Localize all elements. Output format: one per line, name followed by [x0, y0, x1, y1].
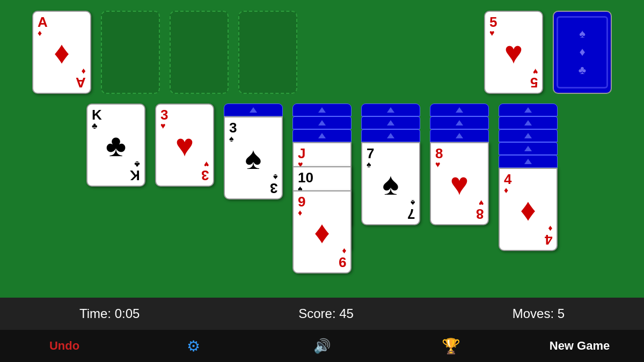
- undo-label: Undo: [49, 339, 79, 353]
- facedown-card: [499, 155, 558, 168]
- settings-icon: ⚙: [187, 337, 200, 355]
- facedown-card: [292, 104, 352, 116]
- suit-center: ♥: [175, 130, 194, 161]
- new-game-label: New Game: [550, 339, 610, 353]
- spade-icon: ♠: [579, 27, 586, 41]
- facedown-stack-4: [292, 104, 352, 142]
- rank-top: 7: [367, 146, 415, 160]
- suit-center: ♣: [106, 130, 126, 161]
- suit-bottom: ♠: [270, 173, 277, 181]
- card-back-pattern: ♠ ♦ ♣: [557, 16, 608, 89]
- rank-top: 3: [229, 121, 277, 135]
- card-7-spades[interactable]: 7 ♠ ♠ 7 ♠: [361, 142, 420, 225]
- tableau-col-5[interactable]: 7 ♠ ♠ 7 ♠: [361, 104, 420, 225]
- rank-bottom: 8: [476, 207, 484, 221]
- rank-top: J: [298, 146, 346, 160]
- suit-center: ♥: [504, 37, 523, 68]
- tableau-row: K ♣ ♣ K ♣ 3 ♥ ♥ 3 ♥: [0, 104, 644, 274]
- fd-triangle-icon: [387, 120, 394, 125]
- fd-triangle-icon: [318, 120, 326, 125]
- undo-button[interactable]: Undo: [0, 330, 129, 362]
- sound-button[interactable]: 🔊: [258, 330, 386, 362]
- facedown-card: [361, 129, 420, 142]
- rank-top: 10: [298, 171, 346, 184]
- toolbar: Undo ⚙ 🔊 🏆 New Game: [0, 330, 644, 362]
- fd-triangle-icon: [456, 133, 463, 138]
- moves-display: Moves: 5: [513, 306, 565, 321]
- foundation-3[interactable]: [170, 11, 229, 94]
- suit-bottom: ♦: [339, 247, 346, 255]
- suit-center: ♠: [383, 168, 399, 200]
- fd-triangle-icon: [524, 107, 532, 113]
- stock-5h[interactable]: 5 ♥ ♥ 5 ♥: [484, 11, 543, 94]
- facedown-card: [224, 104, 283, 116]
- tableau-col-3[interactable]: 3 ♠ ♠ 3 ♠: [224, 104, 283, 200]
- suit-bottom: ♦: [76, 67, 86, 76]
- facedown-stack-3: [224, 104, 283, 116]
- new-game-button[interactable]: New Game: [515, 330, 644, 362]
- foundation-4[interactable]: [238, 11, 297, 94]
- sound-icon: 🔊: [313, 338, 331, 354]
- rank-top: 9: [298, 195, 346, 209]
- foundation-2[interactable]: [101, 11, 160, 94]
- tableau-col-6[interactable]: 8 ♥ ♥ 8 ♥: [430, 104, 489, 225]
- rank-bottom: A: [76, 76, 86, 90]
- rank-top: 3: [160, 108, 209, 122]
- suit-center: ♦: [314, 217, 330, 248]
- card-k-clubs[interactable]: K ♣ ♣ K ♣: [86, 104, 145, 187]
- suit-bottom: ♥: [201, 160, 209, 168]
- facedown-card: [430, 129, 489, 142]
- facedown-card: [361, 104, 420, 116]
- facedown-card: [430, 104, 489, 116]
- rank-bottom: 5: [530, 76, 538, 90]
- stock-pile[interactable]: ♠ ♦ ♣: [553, 11, 612, 94]
- status-bar: Time: 0:05 Score: 45 Moves: 5: [0, 298, 644, 330]
- suit-center: ♦: [520, 194, 536, 225]
- fd-triangle-icon: [524, 159, 532, 164]
- suit-bottom: ♣: [130, 160, 140, 168]
- card-4-diamonds[interactable]: 4 ♦ ♦ 4 ♦: [499, 168, 558, 251]
- suit-bottom: ♦: [545, 224, 552, 233]
- card-9-diamonds[interactable]: 9 ♦ ♦ 9 ♦: [292, 190, 352, 274]
- fd-triangle-icon: [524, 133, 532, 138]
- time-display: Time: 0:05: [79, 306, 140, 321]
- fd-triangle-icon: [456, 120, 463, 125]
- foundation-1[interactable]: A ♦ ♦ A ♦: [32, 11, 91, 94]
- suit-bottom: ♥: [530, 67, 538, 76]
- card-8-hearts[interactable]: 8 ♥ ♥ 8 ♥: [430, 142, 489, 225]
- fd-triangle-icon: [387, 107, 394, 113]
- score-display: Score: 45: [298, 306, 354, 321]
- tableau-col-2[interactable]: 3 ♥ ♥ 3 ♥: [155, 104, 214, 187]
- facedown-card: [499, 104, 558, 116]
- suit-bottom: ♥: [476, 198, 484, 207]
- trophy-button[interactable]: 🏆: [386, 330, 515, 362]
- facedown-stack-6: [430, 104, 489, 142]
- tableau-col-7[interactable]: 4 ♦ ♦ 4 ♦: [499, 104, 558, 251]
- facedown-card: [292, 116, 352, 129]
- top-row: A ♦ ♦ A ♦ 5 ♥ ♥ 5 ♥: [0, 11, 644, 94]
- suit-bottom: ♠: [407, 198, 415, 207]
- suit-center: ♦: [54, 37, 70, 68]
- club-icon: ♣: [579, 63, 586, 77]
- fd-triangle-icon: [318, 133, 326, 138]
- rank-bottom: 3: [201, 168, 209, 182]
- rank-top: 5: [489, 15, 538, 29]
- fd-triangle-icon: [524, 146, 532, 151]
- settings-button[interactable]: ⚙: [129, 330, 258, 362]
- tableau-col-1[interactable]: K ♣ ♣ K ♣: [86, 104, 145, 187]
- facedown-card: [499, 142, 558, 155]
- rank-bottom: 9: [339, 255, 346, 269]
- fd-triangle-icon: [387, 133, 394, 138]
- rank-top: 4: [504, 172, 552, 186]
- suit-center: ♠: [245, 143, 262, 174]
- card-3-spades[interactable]: 3 ♠ ♠ 3 ♠: [224, 116, 283, 200]
- rank-top: K: [92, 108, 140, 122]
- card-3-hearts[interactable]: 3 ♥ ♥ 3 ♥: [155, 104, 214, 187]
- rank-bottom: K: [130, 168, 140, 182]
- rank-bottom: 7: [407, 207, 415, 221]
- facedown-card: [499, 116, 558, 129]
- tableau-col-4[interactable]: J ♥ J ♥ 10 ♠ 10 ♠: [292, 104, 352, 274]
- rank-top: 8: [435, 146, 484, 160]
- facedown-card: [292, 129, 352, 142]
- fd-triangle-icon: [524, 120, 532, 125]
